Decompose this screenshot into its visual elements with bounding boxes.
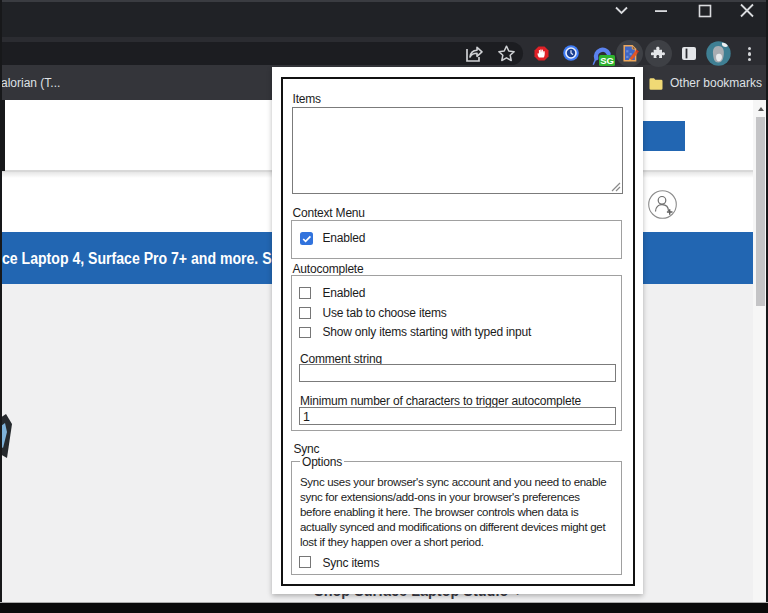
svg-text:SG: SG [600,55,614,66]
